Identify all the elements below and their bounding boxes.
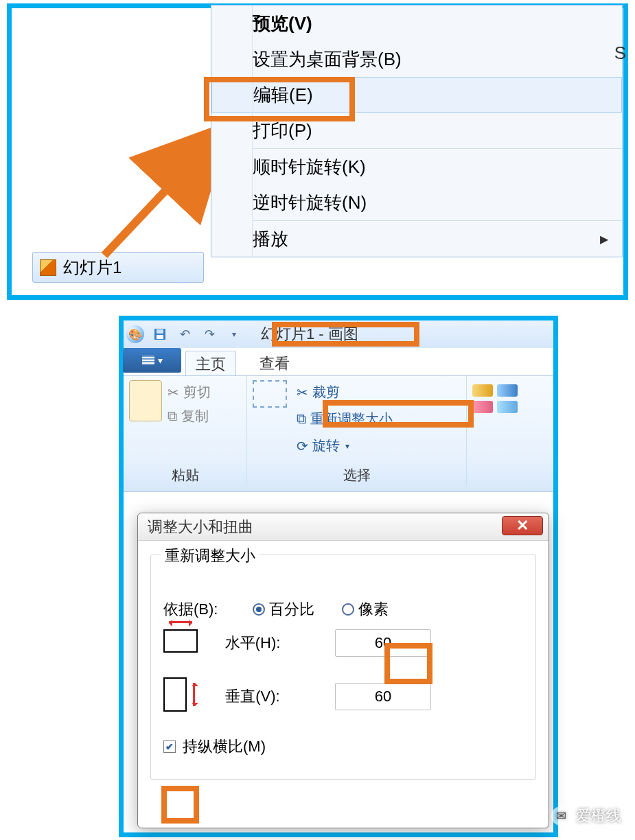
dialog-title-text: 调整大小和扭曲 <box>148 517 253 537</box>
svg-rect-3 <box>157 335 163 339</box>
radio-pixels[interactable]: 像素 <box>342 599 389 620</box>
rotate-button[interactable]: ⟳ 旋转 ▾ <box>297 436 393 455</box>
save-icon[interactable] <box>151 325 169 343</box>
row-horizontal: 水平(H): 60 <box>163 629 523 657</box>
picker-tool-icon[interactable] <box>497 401 518 413</box>
resize-icon: ⧉ <box>297 411 306 427</box>
top-panel: 幻灯片1 预览(V) 设置为桌面背景(B) 编辑(E) 打印(P) 顺时针旋转(… <box>7 3 628 300</box>
crop-icon: ✂ <box>297 384 308 401</box>
ribbon-group-tools <box>467 376 542 486</box>
copy-icon: ⧉ <box>168 408 177 424</box>
image-file-icon <box>40 259 56 276</box>
resize-dialog: 调整大小和扭曲 ✕ 重新调整大小 依据(B): 百分比 像素 <box>137 513 549 828</box>
wechat-icon: ✉ <box>551 806 570 826</box>
file-menu-button[interactable]: ▾ <box>123 348 181 373</box>
cut-button[interactable]: ✂ 剪切 <box>168 383 211 401</box>
ribbon-group-image: ✂ 裁剪 ⧉ 重新调整大小 ⟳ 旋转 ▾ 选择 <box>247 376 467 486</box>
row-keep-ratio[interactable]: ✔ 持纵横比(M) <box>163 736 523 757</box>
file-tile-slide1[interactable]: 幻灯片1 <box>32 252 204 283</box>
menu-item-rotate-ccw[interactable]: 逆时针旋转(N) <box>211 185 622 220</box>
tab-view[interactable]: 查看 <box>250 351 299 377</box>
label-vertical: 垂直(V): <box>211 686 294 707</box>
pencil-tool-icon[interactable] <box>472 384 493 397</box>
undo-icon[interactable]: ↶ <box>176 325 194 343</box>
svg-rect-6 <box>142 360 154 361</box>
ribbon-group-label: 选择 <box>247 466 466 485</box>
qat-more-icon[interactable]: ▾ <box>225 325 243 343</box>
redo-icon[interactable]: ↷ <box>200 325 218 343</box>
paint-app-icon: 🎨 <box>126 325 144 343</box>
file-tile-label: 幻灯片1 <box>63 257 122 279</box>
menu-item-edit[interactable]: 编辑(E) <box>211 77 622 113</box>
paint-title-text: 幻灯片1 - 画图 <box>261 324 358 345</box>
dropdown-icon: ▾ <box>345 441 349 451</box>
context-menu: 预览(V) 设置为桌面背景(B) 编辑(E) 打印(P) 顺时针旋转(K) 逆时… <box>211 5 623 257</box>
input-horizontal[interactable]: 60 <box>335 629 431 657</box>
paint-titlebar: 🎨 ↶ ↷ ▾ 幻灯片1 - 画图 <box>124 320 553 348</box>
input-vertical[interactable]: 60 <box>335 683 431 710</box>
label-by: 依据(B): <box>163 599 246 620</box>
menu-item-rotate-cw[interactable]: 顺时针旋转(K) <box>211 149 622 185</box>
row-vertical: 垂直(V): 60 <box>163 677 523 716</box>
paste-button[interactable] <box>129 380 162 428</box>
menu-item-preview[interactable]: 预览(V) <box>211 5 622 41</box>
menu-item-label: 播放 <box>253 227 288 251</box>
copy-button[interactable]: ⧉ 复制 <box>168 407 211 425</box>
dialog-close-button[interactable]: ✕ <box>502 516 543 535</box>
menu-item-set-wallpaper[interactable]: 设置为桌面背景(B) <box>211 41 622 77</box>
crop-button[interactable]: ✂ 裁剪 <box>297 383 393 401</box>
menu-item-label: 顺时针旋转(K) <box>253 155 366 179</box>
scissors-icon: ✂ <box>168 384 179 401</box>
close-icon: ✕ <box>516 517 529 535</box>
paint-window: 🎨 ↶ ↷ ▾ 幻灯片1 - 画图 ▾ 主页 查看 <box>124 320 553 832</box>
label-horizontal: 水平(H): <box>211 633 294 653</box>
submenu-arrow-icon: ▶ <box>600 233 608 246</box>
tabstrip: 主页 查看 <box>185 351 299 377</box>
watermark-text: 爱橙线 <box>576 806 621 826</box>
menu-item-label: 打印(P) <box>253 119 312 143</box>
partial-letter: S <box>614 43 626 64</box>
radio-percent[interactable]: 百分比 <box>253 599 314 620</box>
dropdown-icon: ▾ <box>158 355 163 366</box>
svg-line-0 <box>104 132 221 255</box>
rotate-icon: ⟳ <box>297 438 308 454</box>
menu-item-label: 编辑(E) <box>253 83 313 107</box>
clipboard-icon <box>129 380 162 421</box>
resize-group: 重新调整大小 依据(B): 百分比 像素 水平(H): <box>150 555 536 780</box>
ribbon-group-clipboard: ✂ 剪切 ⧉ 复制 粘贴 <box>124 376 247 486</box>
svg-rect-5 <box>142 357 154 358</box>
dialog-titlebar[interactable]: 调整大小和扭曲 ✕ <box>138 513 549 541</box>
tab-home[interactable]: 主页 <box>185 351 236 377</box>
group-legend: 重新调整大小 <box>161 546 259 566</box>
watermark: ✉ 爱橙线 <box>551 806 621 826</box>
menu-item-label: 逆时针旋转(N) <box>253 191 367 215</box>
ribbon-group-label: 粘贴 <box>124 466 246 485</box>
menu-item-label: 设置为桌面背景(B) <box>253 47 402 71</box>
menu-item-label: 预览(V) <box>253 12 312 36</box>
svg-rect-2 <box>157 329 163 334</box>
radio-icon <box>253 603 265 616</box>
bottom-panel: 🎨 ↶ ↷ ▾ 幻灯片1 - 画图 ▾ 主页 查看 <box>119 316 558 837</box>
svg-rect-7 <box>142 362 154 364</box>
resize-button[interactable]: ⧉ 重新调整大小 <box>297 410 393 428</box>
marquee-icon <box>253 380 287 408</box>
menu-item-print[interactable]: 打印(P) <box>211 113 622 148</box>
row-by: 依据(B): 百分比 像素 <box>163 599 523 620</box>
ribbon: ✂ 剪切 ⧉ 复制 粘贴 <box>124 375 553 492</box>
menu-item-play[interactable]: 播放 ▶ <box>211 221 622 257</box>
select-button[interactable] <box>253 380 287 458</box>
eraser-tool-icon[interactable] <box>472 401 493 413</box>
fill-tool-icon[interactable] <box>497 384 518 397</box>
radio-icon <box>342 603 354 616</box>
checkbox-keep-ratio[interactable]: ✔ <box>163 740 176 753</box>
label-keep-ratio: 持纵横比(M) <box>183 736 266 757</box>
